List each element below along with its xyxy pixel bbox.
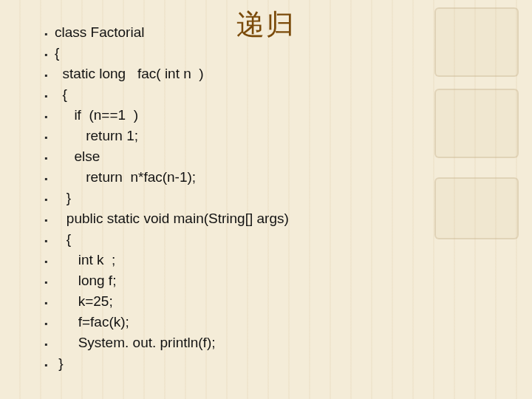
bullet-icon: ▪ xyxy=(44,148,55,168)
bullet-icon: ▪ xyxy=(44,127,55,148)
bullet-icon: ▪ xyxy=(44,210,55,231)
code-text: else xyxy=(55,146,100,167)
code-text: System. out. println(f); xyxy=(55,332,216,353)
bullet-icon: ▪ xyxy=(44,86,55,106)
code-text: class Factorial xyxy=(55,22,144,43)
bullet-icon: ▪ xyxy=(44,293,55,313)
code-line: ▪ static long fac( int n ) xyxy=(44,64,458,84)
code-line: ▪ } xyxy=(44,353,458,374)
code-text: if (n==1 ) xyxy=(55,105,138,126)
slide: 递归 ▪ class Factorial ▪ { ▪ static long f… xyxy=(0,0,532,399)
code-line: ▪ f=fac(k); xyxy=(44,312,458,332)
code-line: ▪ { xyxy=(44,84,458,105)
code-line: ▪ else xyxy=(44,146,458,167)
bullet-icon: ▪ xyxy=(44,251,55,272)
code-text: public static void main(String[] args) xyxy=(55,208,289,229)
code-text: { xyxy=(55,84,67,105)
code-block: ▪ class Factorial ▪ { ▪ static long fac(… xyxy=(44,22,458,374)
code-line: ▪ long f; xyxy=(44,270,458,291)
code-text: long f; xyxy=(55,270,116,291)
code-line: ▪ k=25; xyxy=(44,291,458,312)
code-text: static long fac( int n ) xyxy=(55,64,204,84)
code-text: { xyxy=(55,229,71,250)
code-line: ▪ public static void main(String[] args) xyxy=(44,208,458,229)
code-text: f=fac(k); xyxy=(55,312,129,332)
bullet-icon: ▪ xyxy=(44,189,55,210)
code-line: ▪ return n*fac(n-1); xyxy=(44,167,458,188)
code-text: return 1; xyxy=(55,126,138,146)
bullet-icon: ▪ xyxy=(44,313,55,334)
code-line: ▪ class Factorial xyxy=(44,22,458,43)
code-line: ▪ { xyxy=(44,229,458,250)
bullet-icon: ▪ xyxy=(44,44,55,65)
code-line: ▪ } xyxy=(44,188,458,208)
bullet-icon: ▪ xyxy=(44,231,55,251)
code-text: { xyxy=(55,43,59,64)
code-line: ▪ System. out. println(f); xyxy=(44,332,458,353)
code-text: } xyxy=(55,188,71,208)
bullet-icon: ▪ xyxy=(44,168,55,189)
code-text: k=25; xyxy=(55,291,113,312)
code-line: ▪ { xyxy=(44,43,458,64)
code-line: ▪ int k ; xyxy=(44,250,458,270)
bullet-icon: ▪ xyxy=(44,24,55,44)
code-text: return n*fac(n-1); xyxy=(55,167,196,188)
bullet-icon: ▪ xyxy=(44,106,55,127)
code-text: } xyxy=(55,353,64,374)
bullet-icon: ▪ xyxy=(44,355,55,375)
bullet-icon: ▪ xyxy=(44,272,55,293)
code-line: ▪ return 1; xyxy=(44,126,458,146)
code-text: int k ; xyxy=(55,250,115,270)
bullet-icon: ▪ xyxy=(44,65,55,86)
bullet-icon: ▪ xyxy=(44,334,55,355)
code-line: ▪ if (n==1 ) xyxy=(44,105,458,126)
